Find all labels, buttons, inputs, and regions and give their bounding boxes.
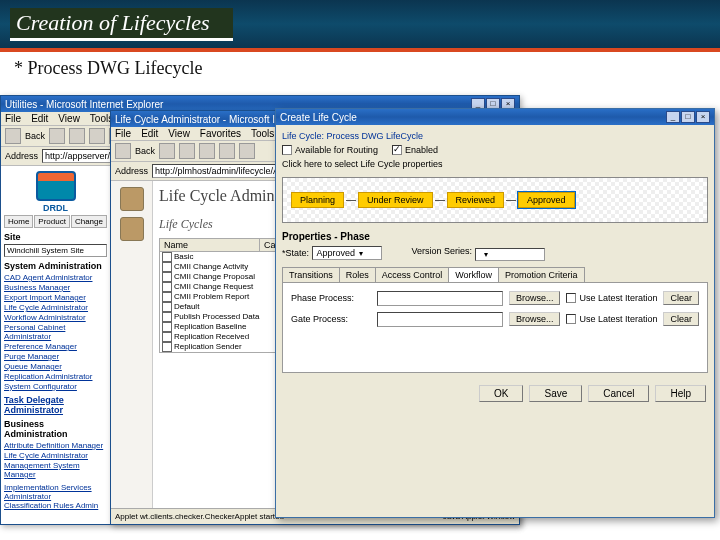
back-icon[interactable] xyxy=(5,128,21,144)
site-value[interactable]: Windchill System Site xyxy=(4,244,107,257)
menu-file[interactable]: File xyxy=(115,128,131,139)
search-icon[interactable] xyxy=(239,143,255,159)
phase-latest-checkbox[interactable]: Use Latest Iteration xyxy=(566,293,657,303)
dialog-footer: OK Save Cancel Help xyxy=(276,379,714,408)
sidebar-link[interactable]: Preference Manager xyxy=(4,342,107,351)
tab-roles[interactable]: Roles xyxy=(339,267,376,282)
tab-home[interactable]: Home xyxy=(4,215,33,228)
col-name[interactable]: Name xyxy=(160,239,260,251)
back-icon[interactable] xyxy=(115,143,131,159)
menu-edit[interactable]: Edit xyxy=(141,128,158,139)
menu-favorites[interactable]: Favorites xyxy=(200,128,241,139)
stop-icon[interactable] xyxy=(179,143,195,159)
clear-button[interactable]: Clear xyxy=(663,291,699,305)
menu-edit[interactable]: Edit xyxy=(31,113,48,124)
sidebar-link[interactable]: Personal Cabinet Administrator xyxy=(4,323,107,341)
row-checkbox[interactable] xyxy=(162,302,172,312)
dlg-title-text: Create Life Cycle xyxy=(280,112,666,123)
rail-icon[interactable] xyxy=(120,187,144,211)
enabled-checkbox[interactable]: Enabled xyxy=(392,145,438,155)
sidebar-link[interactable]: Attribute Definition Manager xyxy=(4,441,107,450)
tab-transitions[interactable]: Transitions xyxy=(282,267,340,282)
row-checkbox[interactable] xyxy=(162,322,172,332)
stop-icon[interactable] xyxy=(69,128,85,144)
forward-icon[interactable] xyxy=(49,128,65,144)
row-checkbox[interactable] xyxy=(162,272,172,282)
rail-icon[interactable] xyxy=(120,217,144,241)
class-rules-link[interactable]: Classification Rules Admin xyxy=(4,501,107,510)
sidebar-link[interactable]: Management System Manager xyxy=(4,461,107,479)
sidebar-link[interactable]: Life Cycle Administrator xyxy=(4,303,107,312)
back-label: Back xyxy=(135,146,155,156)
minimize-button[interactable]: _ xyxy=(666,111,680,123)
menu-file[interactable]: File xyxy=(5,113,21,124)
version-dropdown[interactable] xyxy=(475,248,545,261)
phase-process-input[interactable] xyxy=(377,291,503,306)
gate-process-label: Gate Process: xyxy=(291,314,371,324)
sidebar-link[interactable]: System Configurator xyxy=(4,382,107,391)
forward-icon[interactable] xyxy=(159,143,175,159)
sidebar-link[interactable]: Replication Administrator xyxy=(4,372,107,381)
state-label: *State: xyxy=(282,248,309,258)
menu-tools[interactable]: Tools xyxy=(251,128,274,139)
row-checkbox[interactable] xyxy=(162,332,172,342)
browse-button[interactable]: Browse... xyxy=(509,291,561,305)
sidebar-link[interactable]: Export Import Manager xyxy=(4,293,107,302)
close-button[interactable]: × xyxy=(696,111,710,123)
tab-promotion-criteria[interactable]: Promotion Criteria xyxy=(498,267,585,282)
sidebar-link[interactable]: Workflow Administrator xyxy=(4,313,107,322)
tab-product[interactable]: Product xyxy=(34,215,70,228)
menu-view[interactable]: View xyxy=(58,113,80,124)
gate-latest-checkbox[interactable]: Use Latest Iteration xyxy=(566,314,657,324)
refresh-icon[interactable] xyxy=(199,143,215,159)
row-checkbox[interactable] xyxy=(162,342,172,352)
properties-heading: Properties - Phase xyxy=(282,231,708,242)
impl-svc-link[interactable]: Implementation Services Administrator xyxy=(4,483,107,501)
sidebar-link[interactable]: Life Cycle Administrator xyxy=(4,451,107,460)
stage-approved[interactable]: Approved xyxy=(518,192,575,208)
status-text: Applet wt.clients.checker.CheckerApplet … xyxy=(115,512,284,521)
browse-button[interactable]: Browse... xyxy=(509,312,561,326)
biz-admin-head: Business Administration xyxy=(4,419,107,439)
phase-process-label: Phase Process: xyxy=(291,293,371,303)
utilities-sidebar: DRDL Home Product Change Site Windchill … xyxy=(1,166,111,524)
clear-button[interactable]: Clear xyxy=(663,312,699,326)
home-icon[interactable] xyxy=(219,143,235,159)
version-label: Version Series: xyxy=(412,246,473,256)
routing-checkbox[interactable]: Available for Routing xyxy=(282,145,378,155)
stage-canvas[interactable]: Planning Under Review Reviewed Approved xyxy=(282,177,708,223)
row-checkbox[interactable] xyxy=(162,312,172,322)
gate-process-input[interactable] xyxy=(377,312,503,327)
row-checkbox[interactable] xyxy=(162,292,172,302)
state-dropdown[interactable]: Approved xyxy=(312,246,382,260)
tab-change[interactable]: Change xyxy=(71,215,107,228)
slide-subtitle: * Process DWG Lifecycle xyxy=(0,52,720,85)
stage-reviewed[interactable]: Reviewed xyxy=(447,192,505,208)
sidebar-link[interactable]: Queue Manager xyxy=(4,362,107,371)
address-label: Address xyxy=(115,166,148,176)
address-label: Address xyxy=(5,151,38,161)
cancel-button[interactable]: Cancel xyxy=(588,385,649,402)
row-checkbox[interactable] xyxy=(162,252,172,262)
sidebar-link[interactable]: CAD Agent Administrator xyxy=(4,273,107,282)
maximize-button[interactable]: □ xyxy=(681,111,695,123)
refresh-icon[interactable] xyxy=(89,128,105,144)
stage-planning[interactable]: Planning xyxy=(291,192,344,208)
site-label: Site xyxy=(4,232,107,242)
task-delegate-link[interactable]: Task Delegate Administrator xyxy=(4,395,107,415)
row-checkbox[interactable] xyxy=(162,262,172,272)
workflow-panel: Phase Process: Browse... Use Latest Iter… xyxy=(282,283,708,373)
drdl-logo-icon xyxy=(36,171,76,201)
stage-under-review[interactable]: Under Review xyxy=(358,192,433,208)
sidebar-link[interactable]: Business Manager xyxy=(4,283,107,292)
sidebar-link[interactable]: Purge Manager xyxy=(4,352,107,361)
tab-access-control[interactable]: Access Control xyxy=(375,267,450,282)
tab-workflow[interactable]: Workflow xyxy=(448,267,499,282)
help-button[interactable]: Help xyxy=(655,385,706,402)
save-button[interactable]: Save xyxy=(529,385,582,402)
back-label: Back xyxy=(25,131,45,141)
row-checkbox[interactable] xyxy=(162,282,172,292)
menu-view[interactable]: View xyxy=(168,128,190,139)
slide-title: Creation of Lifecycles xyxy=(10,8,233,41)
ok-button[interactable]: OK xyxy=(479,385,523,402)
